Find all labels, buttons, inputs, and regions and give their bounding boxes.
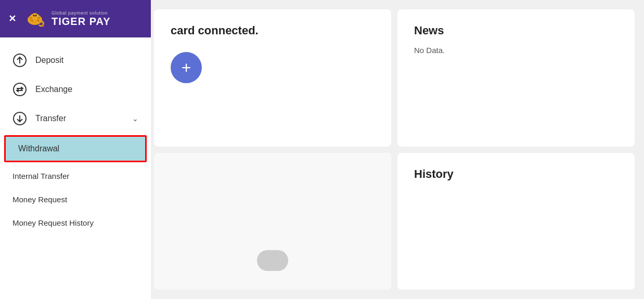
sidebar-item-money-request-history[interactable]: Money Request History [0,211,151,235]
logo-subtitle: Global payment solution [51,10,110,16]
tiger-logo-icon [22,6,47,31]
transfer-chevron-icon: ⌄ [132,114,138,123]
sidebar-item-transfer[interactable]: Transfer ⌄ [0,104,151,133]
svg-point-5 [33,15,35,17]
sidebar: ✕ Glob [0,0,151,299]
sidebar-item-transfer-label: Transfer [35,114,66,123]
scroll-bar [257,250,288,271]
history-title: History [414,167,618,181]
svg-point-6 [35,15,37,17]
news-no-data: No Data. [414,46,618,55]
sidebar-item-internal-transfer[interactable]: Internal Transfer [0,164,151,188]
sidebar-item-exchange[interactable]: Exchange [0,75,151,104]
sidebar-item-deposit[interactable]: Deposit [0,46,151,75]
sidebar-item-deposit-label: Deposit [35,56,63,65]
transfer-icon [12,111,27,126]
add-card-button[interactable]: + [171,52,202,83]
sidebar-item-exchange-label: Exchange [35,85,72,94]
close-button[interactable]: ✕ [8,13,16,24]
svg-point-13 [14,83,26,96]
plus-icon: + [182,59,191,76]
card-connected: card connected. + [154,9,391,147]
logo-title: TIGER PAY [51,16,110,28]
card-connected-title: card connected. [171,24,259,37]
sidebar-item-money-request[interactable]: Money Request [0,188,151,211]
exchange-icon [12,82,27,97]
sidebar-item-money-request-label: Money Request [12,195,67,204]
chart-card [154,153,391,290]
logo-area: Global payment solution TIGER PAY [22,6,110,31]
sidebar-item-withdrawal-label: Withdrawal [18,144,59,153]
withdrawal-wrapper: Withdrawal ◀ [0,133,151,164]
history-card: History [397,153,635,290]
sidebar-item-withdrawal[interactable]: Withdrawal [4,135,147,162]
logo-text: Global payment solution TIGER PAY [51,10,110,28]
news-title: News [414,24,618,37]
sidebar-header: ✕ Glob [0,0,151,37]
sidebar-item-money-request-history-label: Money Request History [12,218,94,227]
sidebar-item-internal-transfer-label: Internal Transfer [12,172,69,180]
main-content: card connected. + News No Data. History [151,0,644,299]
deposit-icon [12,53,27,68]
news-card: News No Data. [397,9,635,147]
sidebar-nav: Deposit Exchange [0,37,151,299]
